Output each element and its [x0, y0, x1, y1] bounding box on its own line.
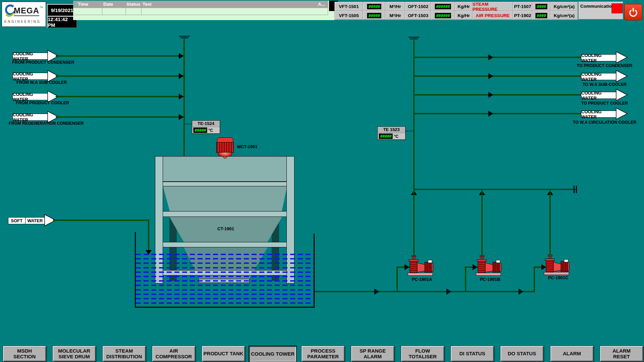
- nav-do-status[interactable]: DO STATUS: [500, 346, 544, 362]
- pipe-arrowhead-icon: [488, 92, 493, 98]
- nav-process-parameter[interactable]: PROCESS PARAMETER: [301, 346, 345, 362]
- nav-msdh-section[interactable]: MSDH SECTION: [3, 346, 46, 362]
- pipe-arrowhead-icon: [179, 53, 183, 59]
- exit-power-button[interactable]: [624, 4, 642, 20]
- soft-water-tag-box: SOFT WATER: [8, 217, 45, 224]
- company-logo: MEGA TM ENGINEERING: [2, 2, 46, 27]
- basin-water: [136, 254, 314, 307]
- soft-water-pipe: [53, 220, 149, 221]
- inlet-tag-box: COOLING WATER: [12, 114, 48, 121]
- alarm-row-divider: [328, 1, 328, 15]
- outlet-dest-label: TO W.A SUB-COOLER: [567, 82, 642, 87]
- alarm-overflow-indicator[interactable]: A...: [318, 2, 325, 7]
- readout-unit: Kg/Hr: [454, 11, 473, 20]
- pump-riser: [481, 190, 483, 255]
- readout-unit: Kg/cm²(a): [550, 2, 578, 11]
- outlet-tag-box: COOLING WATER: [581, 111, 616, 118]
- nav-cooling-tower[interactable]: COOLING TOWER: [249, 346, 297, 362]
- header-end-cap: [574, 186, 575, 193]
- nav-di-status[interactable]: DI STATUS: [450, 346, 494, 362]
- pump-riser: [549, 190, 551, 255]
- alarm-row-divider: [102, 8, 102, 15]
- basin-wall: [135, 232, 136, 308]
- instrument-leader-line: [185, 124, 192, 124]
- digital-value: ####: [535, 4, 547, 9]
- pipe-arrowhead-icon: [488, 73, 493, 79]
- te-1523-value: #####: [379, 133, 393, 139]
- pipe-arrowhead-icon: [488, 54, 493, 60]
- te-1524-unit: °C: [208, 128, 213, 133]
- readout-tag: PT-1902: [513, 11, 533, 20]
- nav-molecular-sieve-drum[interactable]: MOLECULAR SIEVE DRUM: [52, 346, 96, 362]
- header-end-cap: [576, 186, 577, 193]
- soft-water-left: SOFT: [8, 218, 25, 224]
- pump-pc-1901a[interactable]: [407, 255, 433, 276]
- alarm-col-date: Date: [103, 2, 113, 7]
- flow-arrow-right-icon: [616, 89, 628, 101]
- inlet-source-label: FROM W.A SUB COOLER: [16, 80, 67, 85]
- readout-unit: Kg/Hr: [454, 2, 473, 11]
- inlet-collector-pipe: [183, 39, 185, 157]
- nav-sp-range-alarm[interactable]: SP RANGE ALARM: [351, 346, 394, 362]
- tower-tag-label: CT-1901: [169, 226, 282, 231]
- nav-air-compressor[interactable]: AIR COMPRESSOR: [152, 346, 196, 362]
- fan-motor[interactable]: [216, 142, 234, 153]
- digital-value: ####: [535, 13, 547, 18]
- power-icon: [628, 7, 639, 18]
- pump-suction-branch: [465, 267, 466, 291]
- readout-unit: M³/Hr: [385, 11, 406, 20]
- te-1524-indicator[interactable]: TE-1524 ##### °C: [192, 120, 220, 134]
- alarm-col-status: Status: [126, 2, 140, 7]
- outlet-dest-label: TO W.A CIRCULATION COOLER: [567, 120, 642, 125]
- pipe-arrowhead-icon: [519, 289, 523, 295]
- instrument-leader-line: [405, 131, 413, 131]
- nav-ste-distribution[interactable]: STEAM DISTRIBUTION: [102, 346, 146, 362]
- inlet-source-label: FROM PRODUCT COOLER: [16, 101, 69, 105]
- nav-product-tank[interactable]: PRODUCT TANK: [202, 346, 245, 362]
- inlet-tag-box: COOLING WATER: [12, 93, 48, 100]
- alarm-col-text: Text: [143, 2, 152, 7]
- readout-tag: OFT-1503: [405, 11, 431, 20]
- inlet-pipe: [56, 116, 184, 118]
- pressure-label: AIR PRESSURE: [472, 11, 513, 20]
- alarm-row-divider: [125, 8, 126, 15]
- te-1524-tag: TE-1524: [192, 121, 220, 127]
- outlet-pipe: [415, 75, 581, 77]
- outlet-tag-box: COOLING WATER: [581, 73, 616, 80]
- pump-pc-1901b[interactable]: [475, 255, 501, 276]
- fan-motor-shaft: [223, 156, 227, 159]
- alarm-row-underline: [73, 15, 328, 15]
- te-1523-indicator[interactable]: TE 1523 ##### °C: [377, 126, 406, 140]
- basin-floor: [135, 307, 315, 308]
- readout-value-cell: #####: [363, 11, 386, 20]
- communication-status-indicator: [611, 3, 623, 13]
- pressure-label: STEAM PRESSURE: [472, 2, 513, 11]
- alarm-col-time: Time: [78, 2, 88, 7]
- communication-label: Communication: [580, 4, 614, 9]
- readout-tag: VFT-1501: [334, 2, 363, 11]
- inlet-pipe: [56, 75, 184, 77]
- readout-value-cell: #####: [363, 2, 386, 11]
- readout-value-cell: ####: [532, 11, 551, 20]
- readout-unit: Kg/cm²(a): [550, 11, 578, 20]
- inlet-tag-box: COOLING WATER: [12, 53, 48, 60]
- nav-alarm-reset[interactable]: ALARM RESET: [600, 346, 643, 362]
- digital-value: ######: [435, 4, 451, 9]
- nav-alarm[interactable]: ALARM: [550, 346, 594, 362]
- nav-flow-totaliser[interactable]: FLOW TOTALISER: [401, 346, 444, 362]
- inlet-source-label: FROM PRODUCT CONDENSER: [12, 60, 74, 65]
- inlet-tag-box: COOLING WATER: [12, 73, 48, 80]
- pump-pc-1901c[interactable]: [543, 254, 570, 276]
- tower-fill-section: [163, 186, 287, 211]
- outlet-dest-label: TO PRODUCT COOLER: [567, 101, 642, 106]
- vent-icon: [409, 37, 419, 38]
- pump-suction-branch: [534, 267, 535, 291]
- tower-beam: [155, 242, 294, 247]
- readout-tag: VFT-1505: [334, 11, 363, 20]
- inlet-pipe: [56, 55, 184, 57]
- inlet-source-label: FROM REGENERATION CONDENSER: [9, 121, 84, 126]
- vent-icon: [179, 36, 190, 37]
- soft-water-pipe: [148, 220, 149, 251]
- soft-water-right: WATER: [25, 218, 45, 224]
- te-1524-value: #####: [193, 127, 207, 133]
